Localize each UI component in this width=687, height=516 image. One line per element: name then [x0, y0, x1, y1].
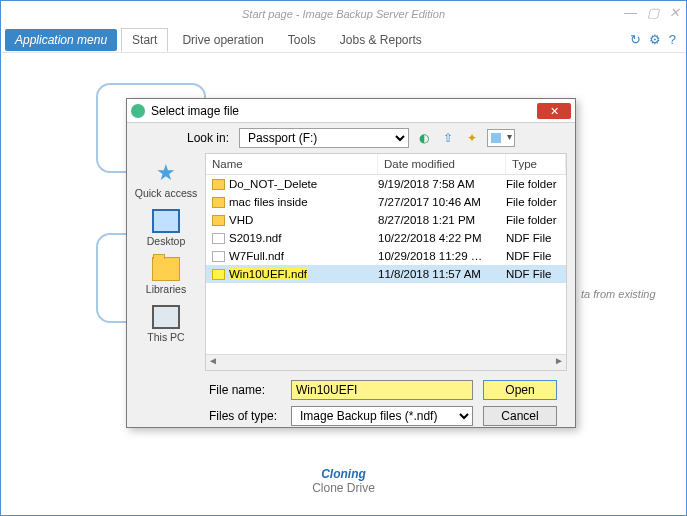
menu-tools[interactable]: Tools: [278, 29, 326, 51]
monitor-icon: [152, 209, 180, 233]
up-icon[interactable]: ⇧: [439, 129, 457, 147]
file-name: S2019.ndf: [229, 232, 281, 244]
footer: Cloning Clone Drive: [1, 467, 686, 495]
back-icon[interactable]: ◐: [415, 129, 433, 147]
place-this-pc[interactable]: This PC: [147, 305, 184, 343]
view-mode-dropdown[interactable]: [487, 129, 515, 147]
new-folder-icon[interactable]: ✦: [463, 129, 481, 147]
help-icon[interactable]: ?: [669, 32, 676, 47]
folder-icon: [152, 257, 180, 281]
file-date: 10/22/2018 4:22 PM: [378, 232, 506, 244]
file-name: Do_NOT-_Delete: [229, 178, 317, 190]
refresh-icon[interactable]: ↻: [630, 32, 641, 47]
lookin-dropdown[interactable]: Passport (F:): [239, 128, 409, 148]
horizontal-scrollbar[interactable]: [206, 354, 566, 370]
filename-label: File name:: [209, 383, 281, 397]
file-date: 7/27/2017 10:46 AM: [378, 196, 506, 208]
file-icon: [212, 269, 225, 280]
file-type: NDF File: [506, 232, 566, 244]
place-libraries[interactable]: Libraries: [146, 257, 186, 295]
file-name: W7Full.ndf: [229, 250, 284, 262]
dialog-bottom: File name: Open Files of type: Image Bac…: [127, 371, 575, 437]
open-button[interactable]: Open: [483, 380, 557, 400]
file-type: File folder: [506, 196, 566, 208]
folder-icon: [212, 215, 225, 226]
window-controls: — ▢ ✕: [624, 5, 680, 20]
file-name: VHD: [229, 214, 253, 226]
menu-jobs-reports[interactable]: Jobs & Reports: [330, 29, 432, 51]
file-row[interactable]: Do_NOT-_Delete9/19/2018 7:58 AMFile fold…: [206, 175, 566, 193]
file-date: 10/29/2018 11:29 …: [378, 250, 506, 262]
filetype-dropdown[interactable]: Image Backup files (*.ndf): [291, 406, 473, 426]
dialog-toolbar: Look in: Passport (F:) ◐ ⇧ ✦: [127, 123, 575, 153]
main-canvas: ta from existing Select image file ✕ Loo…: [1, 53, 686, 515]
file-row[interactable]: Win10UEFI.ndf11/8/2018 11:57 AMNDF File: [206, 265, 566, 283]
file-dialog: Select image file ✕ Look in: Passport (F…: [126, 98, 576, 428]
pc-icon: [152, 305, 180, 329]
file-list: Name Date modified Type Do_NOT-_Delete9/…: [205, 153, 567, 371]
col-type[interactable]: Type: [506, 154, 566, 174]
file-row[interactable]: VHD8/27/2018 1:21 PMFile folder: [206, 211, 566, 229]
file-icon: [212, 251, 225, 262]
place-quick-access[interactable]: ★ Quick access: [135, 161, 197, 199]
menubar: Application menu Start Drive operation T…: [1, 27, 686, 53]
file-row[interactable]: S2019.ndf10/22/2018 4:22 PMNDF File: [206, 229, 566, 247]
menu-start[interactable]: Start: [121, 28, 168, 52]
file-date: 11/8/2018 11:57 AM: [378, 268, 506, 280]
menu-drive-operation[interactable]: Drive operation: [172, 29, 273, 51]
dialog-titlebar: Select image file ✕: [127, 99, 575, 123]
star-icon: ★: [152, 161, 180, 185]
gear-icon[interactable]: ⚙: [649, 32, 661, 47]
dialog-close-button[interactable]: ✕: [537, 103, 571, 119]
filename-input[interactable]: [291, 380, 473, 400]
window-title: Start page - Image Backup Server Edition: [242, 8, 445, 20]
bg-stray-text: ta from existing: [581, 288, 656, 300]
file-list-header[interactable]: Name Date modified Type: [206, 154, 566, 175]
col-name[interactable]: Name: [206, 154, 378, 174]
places-bar: ★ Quick access Desktop Libraries This PC: [127, 153, 205, 371]
folder-icon: [212, 179, 225, 190]
file-name: Win10UEFI.ndf: [229, 268, 307, 280]
dialog-app-icon: [131, 104, 145, 118]
file-row[interactable]: W7Full.ndf10/29/2018 11:29 …NDF File: [206, 247, 566, 265]
file-row[interactable]: mac files inside7/27/2017 10:46 AMFile f…: [206, 193, 566, 211]
file-type: NDF File: [506, 250, 566, 262]
col-date[interactable]: Date modified: [378, 154, 506, 174]
close-window-button[interactable]: ✕: [669, 5, 680, 20]
file-date: 9/19/2018 7:58 AM: [378, 178, 506, 190]
folder-icon: [212, 197, 225, 208]
file-name: mac files inside: [229, 196, 308, 208]
maximize-button[interactable]: ▢: [647, 5, 659, 20]
window-titlebar: Start page - Image Backup Server Edition…: [1, 1, 686, 27]
minimize-button[interactable]: —: [624, 5, 637, 20]
file-type: NDF File: [506, 268, 566, 280]
dialog-title: Select image file: [151, 104, 239, 118]
file-type: File folder: [506, 178, 566, 190]
lookin-label: Look in:: [179, 131, 229, 145]
place-desktop[interactable]: Desktop: [147, 209, 186, 247]
file-type: File folder: [506, 214, 566, 226]
application-menu-button[interactable]: Application menu: [5, 29, 117, 51]
file-date: 8/27/2018 1:21 PM: [378, 214, 506, 226]
footer-sub[interactable]: Clone Drive: [1, 481, 686, 495]
file-icon: [212, 233, 225, 244]
filetype-label: Files of type:: [209, 409, 281, 423]
cancel-button[interactable]: Cancel: [483, 406, 557, 426]
footer-heading: Cloning: [1, 467, 686, 481]
